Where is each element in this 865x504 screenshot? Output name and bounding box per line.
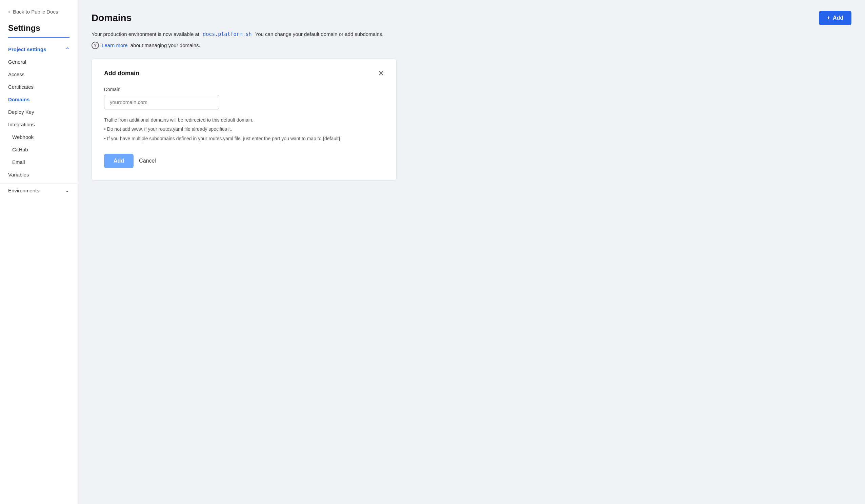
hint-subdomains: • If you have multiple subdomains define…	[104, 135, 384, 143]
add-domain-card: Add domain ✕ Domain Traffic from additio…	[92, 59, 396, 180]
hint-www: • Do not add www. if your routes.yaml fi…	[104, 125, 384, 133]
sidebar-title: Settings	[0, 21, 78, 37]
page-title: Domains	[92, 13, 131, 23]
add-domain-button[interactable]: + Add	[819, 11, 852, 25]
back-button[interactable]: ‹ Back to Public Docs	[0, 8, 78, 21]
sidebar-item-general[interactable]: General	[0, 56, 78, 68]
domain-input[interactable]	[104, 95, 219, 109]
card-add-button[interactable]: Add	[104, 154, 134, 168]
sidebar-divider	[8, 37, 69, 38]
domains-description: Your production environment is now avail…	[92, 31, 852, 38]
domains-header: Domains + Add	[92, 11, 852, 25]
hint-redirect: Traffic from additional domains will be …	[104, 116, 384, 124]
sidebar-item-deploy-key[interactable]: Deploy Key	[0, 106, 78, 118]
sidebar: ‹ Back to Public Docs Settings Project s…	[0, 0, 78, 504]
learn-more-row: ? Learn more about managing your domains…	[92, 42, 852, 49]
plus-icon: +	[827, 15, 830, 21]
main-content: Domains + Add Your production environmen…	[78, 0, 865, 504]
form-hints: Traffic from additional domains will be …	[104, 116, 384, 143]
domain-link[interactable]: docs.platform.sh	[203, 31, 252, 37]
domain-label: Domain	[104, 87, 384, 92]
back-label: Back to Public Docs	[13, 9, 58, 14]
close-button[interactable]: ✕	[378, 70, 384, 77]
learn-more-link[interactable]: Learn more	[102, 42, 128, 48]
environments-label: Environments	[8, 188, 39, 194]
environments-section[interactable]: Environments ⌄	[0, 184, 78, 197]
card-actions: Add Cancel	[104, 154, 384, 168]
sidebar-item-access[interactable]: Access	[0, 68, 78, 81]
add-button-text: Add	[833, 15, 843, 21]
domain-field-group: Domain	[104, 87, 384, 109]
sidebar-item-certificates[interactable]: Certificates	[0, 81, 78, 93]
project-settings-section[interactable]: Project settings ⌃	[0, 43, 78, 56]
sidebar-item-email[interactable]: Email	[0, 156, 78, 168]
sidebar-item-webhook[interactable]: Webhook	[0, 131, 78, 143]
card-cancel-button[interactable]: Cancel	[139, 158, 156, 164]
chevron-up-icon: ⌃	[66, 47, 69, 52]
sidebar-item-domains[interactable]: Domains	[0, 93, 78, 106]
help-icon: ?	[92, 42, 99, 49]
back-arrow-icon: ‹	[8, 8, 10, 15]
card-title: Add domain	[104, 70, 139, 77]
sidebar-item-github[interactable]: GitHub	[0, 143, 78, 156]
chevron-down-icon: ⌄	[65, 187, 69, 194]
learn-more-suffix: about managing your domains.	[130, 42, 200, 48]
project-settings-label: Project settings	[8, 46, 46, 52]
sidebar-item-variables[interactable]: Variables	[0, 168, 78, 181]
card-header: Add domain ✕	[104, 70, 384, 77]
sidebar-item-integrations[interactable]: Integrations	[0, 118, 78, 131]
